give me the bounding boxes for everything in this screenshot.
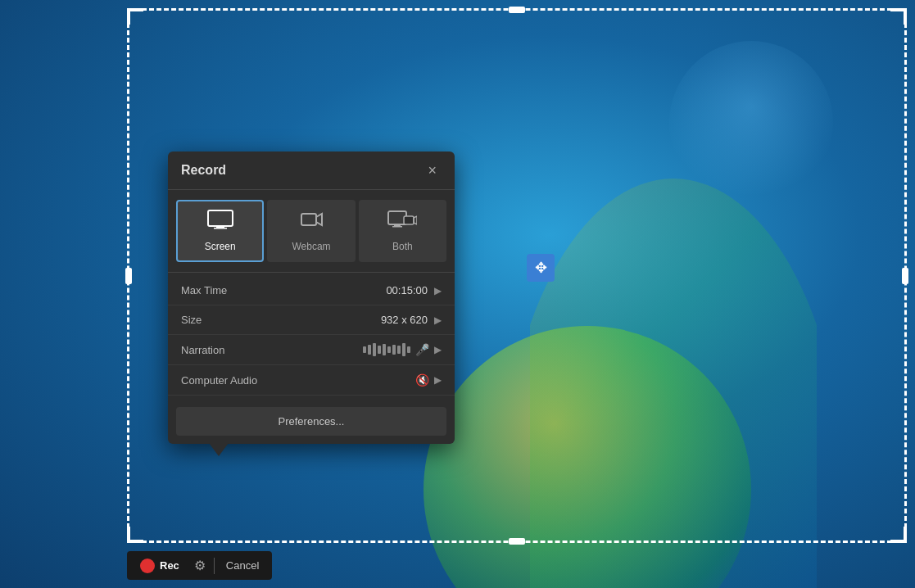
- audio-bar-9: [402, 343, 405, 356]
- computer-audio-arrow[interactable]: ▶: [434, 374, 442, 386]
- size-value: 932 x 620: [381, 314, 428, 326]
- settings-gear-button[interactable]: ⚙: [191, 554, 209, 577]
- mode-webcam-button[interactable]: Webcam: [267, 200, 355, 262]
- both-label: Both: [392, 241, 413, 252]
- svg-rect-1: [216, 226, 224, 228]
- bottom-toolbar: Rec ⚙ Cancel: [127, 551, 272, 580]
- audio-bar-5: [383, 344, 386, 355]
- svg-rect-2: [214, 228, 227, 229]
- audio-bar-7: [392, 345, 396, 355]
- desktop-background: [0, 0, 915, 588]
- audio-bar-6: [387, 346, 391, 353]
- mute-icon[interactable]: 🔇: [415, 373, 429, 387]
- cancel-button[interactable]: Cancel: [220, 556, 265, 575]
- screen-icon: [207, 210, 233, 234]
- both-icon: [387, 210, 417, 234]
- move-handle[interactable]: ✥: [527, 254, 555, 282]
- svg-rect-0: [208, 210, 233, 226]
- size-arrow[interactable]: ▶: [434, 314, 442, 326]
- max-time-row: Max Time 00:15:00 ▶: [168, 276, 455, 305]
- audio-bar-1: [363, 346, 366, 353]
- webcam-icon: [298, 210, 324, 234]
- rec-button[interactable]: Rec: [134, 555, 186, 577]
- audio-bar-10: [407, 346, 410, 353]
- max-time-value: 00:15:00: [386, 284, 428, 296]
- narration-row: Narration 🎤 ▶: [168, 335, 455, 365]
- svg-marker-9: [414, 216, 417, 224]
- mode-row: Screen Webcam Both: [168, 190, 455, 273]
- svg-rect-3: [301, 214, 316, 225]
- audio-bar-4: [378, 346, 381, 354]
- mode-both-button[interactable]: Both: [359, 200, 446, 262]
- rec-label: Rec: [160, 559, 179, 572]
- decorative-orb2: [669, 41, 833, 205]
- decorative-swirl: [530, 179, 817, 588]
- mic-icon: 🎤: [415, 343, 429, 356]
- size-row: Size 932 x 620 ▶: [168, 305, 455, 335]
- svg-marker-4: [316, 214, 322, 225]
- audio-bar-8: [397, 346, 401, 354]
- narration-audio-bars: [363, 343, 410, 356]
- mode-screen-button[interactable]: Screen: [176, 200, 264, 262]
- svg-rect-6: [394, 224, 401, 226]
- max-time-label: Max Time: [181, 284, 386, 296]
- toolbar-divider: [214, 558, 215, 574]
- close-button[interactable]: ×: [423, 161, 442, 179]
- svg-rect-8: [404, 216, 414, 224]
- webcam-label: Webcam: [292, 241, 330, 252]
- screen-label: Screen: [205, 241, 236, 252]
- audio-bar-3: [373, 343, 376, 356]
- max-time-arrow[interactable]: ▶: [434, 285, 442, 296]
- preferences-button[interactable]: Preferences...: [176, 407, 446, 436]
- audio-bar-2: [368, 345, 371, 355]
- narration-arrow[interactable]: ▶: [434, 344, 442, 355]
- settings-section: Max Time 00:15:00 ▶ Size 932 x 620 ▶ Nar…: [168, 273, 455, 399]
- dialog-title: Record: [181, 163, 226, 178]
- narration-label: Narration: [181, 344, 363, 356]
- size-label: Size: [181, 314, 381, 326]
- dialog-header: Record ×: [168, 152, 455, 190]
- record-dialog: Record × Screen Webcam: [168, 152, 455, 444]
- svg-rect-7: [392, 226, 402, 228]
- computer-audio-row: Computer Audio 🔇 ▶: [168, 365, 455, 396]
- rec-dot: [140, 559, 155, 573]
- dialog-tail: [209, 443, 229, 456]
- computer-audio-label: Computer Audio: [181, 374, 415, 387]
